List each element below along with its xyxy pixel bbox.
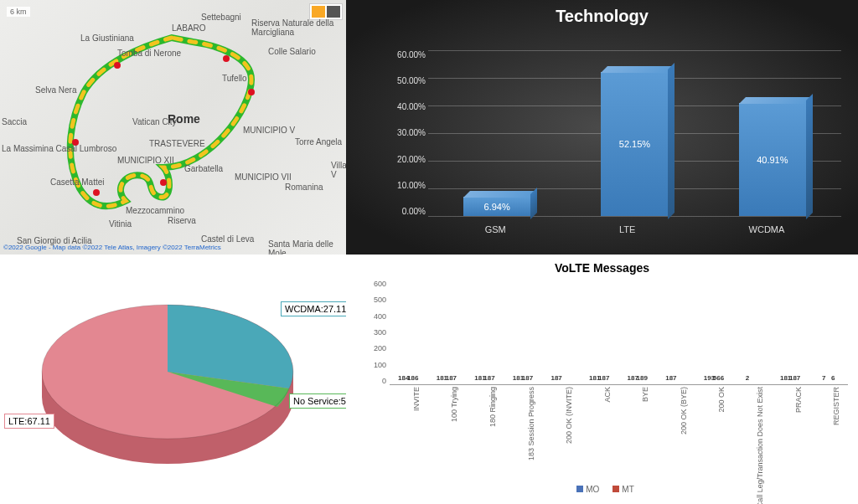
tech-x-axis: GSMLTEWCDMA: [428, 219, 841, 241]
volte-bar-value: 187: [446, 374, 457, 382]
tech-y-axis: 60.00%50.00%40.00%30.00%20.00%10.00%0.00…: [380, 50, 426, 216]
svg-point-3: [223, 55, 230, 62]
volte-ytick: 400: [363, 312, 386, 321]
volte-legend: MO MT: [363, 485, 848, 494]
tech-ytick: 0.00%: [380, 207, 426, 216]
map-place-label: Vatican City: [132, 117, 177, 126]
legend-mo: MO: [586, 485, 599, 494]
volte-bar-value: 187: [483, 374, 494, 382]
tech-xtick: WCDMA: [749, 219, 785, 241]
tech-plot-area: 6.94%52.15%40.91%: [428, 50, 841, 216]
map-scale: 6 km: [7, 7, 30, 17]
volte-bar-value: 187: [789, 374, 800, 382]
map-place-label: Castel di Leva: [201, 234, 254, 244]
tech-ytick: 10.00%: [380, 181, 426, 190]
tech-xtick: GSM: [485, 219, 506, 241]
map-place-label: La Massimina Casal Lumbroso: [2, 144, 116, 153]
volte-title: VoLTE Messages: [346, 255, 858, 275]
map-place-label: Tomba di Nerone: [117, 49, 181, 58]
volte-chart: VoLTE Messages 6005004003002001000 18418…: [346, 255, 858, 504]
map-attribution: ©2022 Google - Map data ©2022 Tele Atlas…: [3, 244, 221, 251]
svg-point-5: [160, 179, 167, 186]
volte-bar-value: 189: [637, 374, 648, 382]
volte-xtick: 180 Ringing: [488, 387, 497, 427]
map-place-label: Santa Maria delle Mole: [268, 239, 346, 255]
map-place-label: Torre Angela: [295, 137, 342, 147]
technology-chart: Technology 60.00%50.00%40.00%30.00%20.00…: [346, 0, 858, 255]
tech-bar: 6.94%: [463, 197, 530, 216]
volte-ytick: 500: [363, 296, 386, 304]
map-place-label: Vitinia: [109, 219, 132, 229]
volte-xtick: 200 OK: [717, 387, 726, 413]
map-place-label: MUNICIPIO VII: [235, 172, 292, 182]
map-place-label: Villa V: [331, 161, 346, 179]
map-place-label: Romanina: [285, 183, 323, 192]
volte-bar-value: 6: [831, 374, 835, 382]
tech-ytick: 60.00%: [380, 50, 426, 59]
map-place-label: Selva Nera: [35, 85, 76, 95]
volte-bar-value: 187: [665, 374, 676, 382]
legend-mt: MT: [622, 485, 633, 494]
volte-bar-value: 7: [822, 374, 825, 382]
map-place-label: La Giustiniana: [80, 33, 134, 43]
volte-x-axis: INVITE100 Trying180 Ringing183 Session P…: [390, 387, 848, 479]
map-layer-icon[interactable]: [312, 6, 325, 18]
pie-label-wcdma: WCDMA:27.11: [281, 301, 346, 316]
pie-chart: WCDMA:27.11 No Service:5.79 LTE:67.11: [0, 255, 346, 504]
map-satellite-icon[interactable]: [327, 6, 340, 18]
volte-xtick: BYE: [641, 387, 649, 402]
map-place-label: Riserva: [168, 216, 196, 225]
volte-xtick: PRACK: [794, 387, 803, 413]
volte-ytick: 0: [363, 377, 386, 385]
volte-y-axis: 6005004003002001000: [363, 280, 386, 385]
map-toolbar: [309, 3, 343, 20]
tech-bar-value: 6.94%: [484, 202, 510, 212]
tech-bar: 40.91%: [739, 103, 806, 216]
volte-bar-value: 187: [550, 374, 561, 382]
volte-xtick: 200 OK (BYE): [680, 387, 688, 435]
tech-ytick: 30.00%: [380, 128, 426, 137]
volte-ytick: 300: [363, 328, 386, 337]
volte-xtick: ACK: [603, 387, 612, 403]
volte-bar-value: 187: [598, 374, 609, 382]
volte-xtick: 100 Trying: [450, 387, 458, 422]
volte-xtick: 183 Session Progress: [527, 387, 535, 460]
volte-ytick: 600: [363, 280, 386, 288]
volte-bar-value: 186: [407, 374, 418, 382]
pie-label-noservice: No Service:5.79: [289, 393, 346, 409]
svg-point-0: [114, 62, 121, 69]
map-place-label: Saccia: [2, 117, 27, 126]
tech-ytick: 50.00%: [380, 76, 426, 85]
tech-ytick: 40.00%: [380, 102, 426, 111]
map-place-label: Garbatella: [184, 164, 223, 173]
map-place-label: Riserva Naturale della Marcigliana: [251, 18, 346, 37]
pie-label-lte: LTE:67.11: [4, 414, 54, 429]
volte-xtick: 200 OK (INVITE): [565, 387, 573, 444]
map-place-label: Colle Salario: [268, 47, 316, 56]
map-place-label: LABARO: [172, 23, 206, 33]
map-panel: 6 km Rome La GiustinianaTomba di NeroneS…: [0, 0, 346, 255]
pie-svg: [29, 271, 306, 489]
tech-bar-value: 52.15%: [619, 139, 650, 149]
volte-xtick: INVITE: [412, 387, 421, 411]
volte-ytick: 200: [363, 344, 386, 352]
map-place-label: MUNICIPIO XII: [117, 156, 174, 165]
volte-bar-value: 2: [746, 374, 749, 382]
tech-xtick: LTE: [619, 219, 635, 241]
svg-point-2: [93, 189, 100, 196]
tech-ytick: 20.00%: [380, 155, 426, 164]
tech-bar: 52.15%: [601, 72, 668, 216]
map-place-label: MUNICIPIO V: [243, 126, 295, 135]
map-place-label: TRASTEVERE: [149, 139, 205, 148]
map-place-label: Settebagni: [201, 13, 241, 22]
svg-point-4: [248, 89, 255, 95]
map-place-label: Casetta Mattei: [50, 177, 104, 187]
map-place-label: Mezzocammino: [126, 206, 184, 215]
tech-title: Technology: [346, 0, 858, 26]
volte-ytick: 100: [363, 361, 386, 369]
volte-xtick: REGISTER: [832, 387, 840, 425]
volte-plot-area: 1841861811871811871811871871811871871891…: [390, 280, 848, 385]
volte-bar-value: 566: [713, 374, 724, 382]
map-place-label: Tufello: [222, 74, 247, 83]
volte-bar-value: 187: [522, 374, 533, 382]
